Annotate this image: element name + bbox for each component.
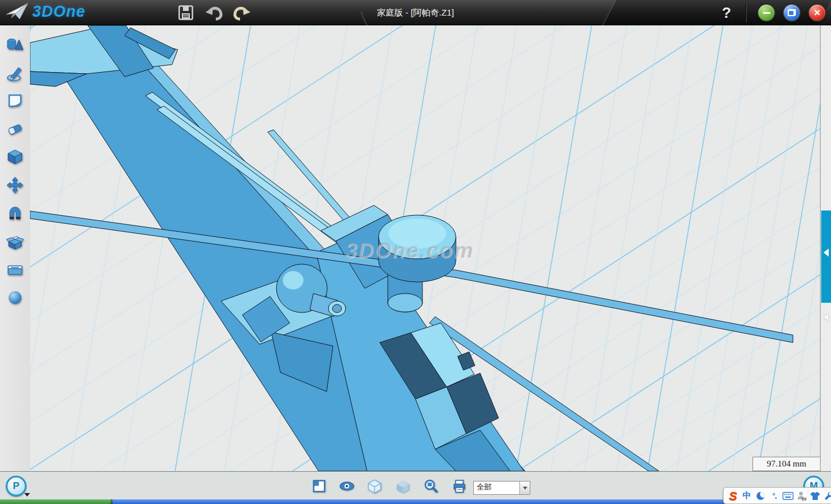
- paper-plane-icon: [6, 2, 29, 21]
- toolbox-tool-button[interactable]: [5, 260, 25, 280]
- zoom-button[interactable]: [423, 479, 439, 494]
- titlebar-swoosh: [361, 0, 541, 26]
- start-button-sliver[interactable]: [0, 499, 113, 504]
- titlebar-separator: [746, 3, 747, 22]
- toolbox-icon: [6, 260, 24, 279]
- badge-dropdown-caret[interactable]: [24, 493, 30, 499]
- filter-select[interactable]: 全部: [473, 481, 530, 495]
- skin-tshirt-icon[interactable]: [810, 490, 822, 502]
- helicopter-model: [30, 25, 820, 471]
- brand-text: 3DOne: [32, 3, 85, 21]
- bottom-toolbar: P: [0, 471, 831, 500]
- wireframe-cube-icon: [367, 479, 382, 494]
- move-arrows-icon: [6, 176, 24, 194]
- user-badge: 19: [802, 496, 806, 501]
- solids-icon: [6, 36, 24, 54]
- save-button[interactable]: [176, 3, 196, 22]
- sketch-sheet-icon: [6, 92, 24, 110]
- visibility-button[interactable]: [339, 479, 355, 494]
- restore-button[interactable]: [783, 3, 801, 22]
- close-button[interactable]: ×: [808, 3, 826, 22]
- shaded-mode-button[interactable]: [395, 479, 411, 494]
- minimize-button[interactable]: [757, 3, 776, 22]
- assembly-tool-button[interactable]: [5, 232, 25, 252]
- sketch-tool-button[interactable]: [5, 64, 25, 84]
- viewport-3d[interactable]: 3DOne.com 97.104 mm: [30, 25, 820, 471]
- redo-icon: [233, 5, 251, 21]
- restore-icon: [788, 9, 796, 16]
- properties-badge[interactable]: P: [6, 476, 27, 497]
- filter-select-value: 全部: [474, 482, 519, 494]
- sketch-pencil-icon: [6, 64, 24, 82]
- window-controls: ? ×: [718, 0, 826, 25]
- fullwidth-moon-icon[interactable]: [755, 490, 767, 502]
- collapse-arrow-icon: [823, 249, 829, 257]
- ime-toolbar: S 中 °, 19: [723, 487, 831, 504]
- wrench-icon[interactable]: [823, 490, 831, 502]
- magnet-icon: [6, 204, 24, 223]
- undo-icon: [205, 5, 223, 21]
- help-button[interactable]: ?: [718, 4, 735, 22]
- print-button[interactable]: [451, 479, 467, 494]
- snap-tool-button[interactable]: [5, 204, 25, 224]
- visibility-eye-icon: [339, 479, 354, 494]
- chinese-mode-icon[interactable]: 中: [741, 490, 753, 502]
- feature-cube-icon: [6, 148, 24, 166]
- datum-plane-button[interactable]: [311, 479, 327, 494]
- titlebar-actions: [176, 3, 251, 22]
- open-box-icon: [6, 232, 24, 251]
- left-toolbar: [0, 25, 31, 471]
- sogou-logo[interactable]: S: [727, 490, 739, 502]
- keyboard-icon[interactable]: [782, 490, 794, 502]
- punctuation-icon[interactable]: °,: [768, 490, 780, 502]
- right-panel-rail: [820, 25, 831, 471]
- minimize-icon: [763, 12, 770, 14]
- undo-button[interactable]: [204, 3, 223, 22]
- move-tool-button[interactable]: [5, 176, 25, 195]
- sketch-sheet-tool-button[interactable]: [5, 92, 25, 111]
- panel-collapse-tab[interactable]: [821, 210, 831, 303]
- chevron-down-icon: [523, 487, 527, 492]
- solids-tool-button[interactable]: [5, 36, 25, 55]
- user-icon[interactable]: 19: [796, 490, 808, 502]
- os-taskbar-sliver: [0, 499, 831, 504]
- zoom-lens-icon: [424, 479, 439, 494]
- material-tool-button[interactable]: [5, 288, 25, 308]
- 3done-window: 3DOne: [0, 0, 831, 504]
- close-icon: ×: [814, 7, 820, 18]
- redo-button[interactable]: [231, 3, 251, 22]
- printer-icon: [452, 479, 467, 494]
- filter-select-arrow[interactable]: [519, 482, 530, 494]
- secondary-collapse-arrow-icon[interactable]: [823, 314, 828, 321]
- datum-plane-icon: [312, 479, 327, 494]
- eraser-tool-button[interactable]: [5, 120, 25, 140]
- scale-ruler-label: 97.104 mm: [753, 457, 820, 471]
- titlebar: 3DOne: [0, 0, 831, 26]
- shaded-cube-icon: [395, 479, 410, 494]
- wireframe-mode-button[interactable]: [366, 479, 383, 494]
- app-logo: 3DOne: [6, 2, 85, 21]
- eraser-icon: [6, 120, 24, 138]
- material-sphere-icon: [6, 288, 24, 307]
- feature-tool-button[interactable]: [5, 148, 25, 167]
- save-icon: [178, 5, 194, 21]
